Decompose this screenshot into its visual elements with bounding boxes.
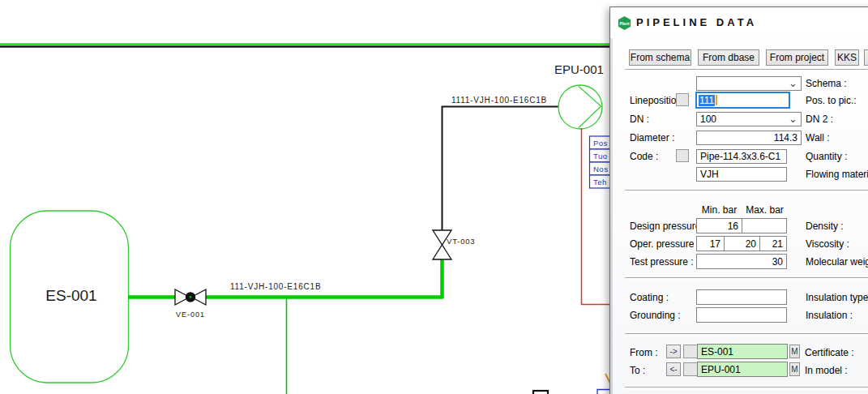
certificate-label: Certificate :: [805, 347, 854, 358]
text-caret: [716, 95, 717, 105]
test-pressure-field[interactable]: 30: [696, 254, 787, 269]
chevron-down-icon: ⌄: [789, 77, 797, 88]
kks-button[interactable]: KKS: [835, 49, 859, 66]
molecular-weight-label: Molecular weight: [806, 256, 868, 268]
separator: [625, 69, 868, 72]
dialog-titlebar[interactable]: Plant PIPELINE DATA: [610, 7, 868, 38]
oper-pressure-label: Oper. pressure :: [630, 238, 699, 250]
app-window: ES-001 VE-001 111-VJH-100-E16C1B VT-003 …: [0, 0, 868, 394]
separator: [625, 277, 868, 281]
to-field[interactable]: EPU-001: [697, 362, 788, 377]
dn2-label: DN 2 :: [806, 113, 833, 125]
lineposition-label: Lineposition: [630, 95, 682, 106]
clipped-toolbar-button[interactable]: [864, 49, 868, 66]
grounding-label: Grounding :: [630, 310, 681, 321]
diameter-field[interactable]: 114.3: [696, 131, 802, 145]
lineposition-selected-text: 111: [699, 95, 715, 106]
info-table-row: Tuo: [593, 152, 608, 161]
from-field[interactable]: ES-001: [697, 344, 788, 359]
schema-combobox[interactable]: ⌄: [696, 76, 802, 91]
from-label: From :: [630, 347, 658, 358]
dn-combobox[interactable]: 100 ⌄: [696, 112, 802, 126]
code-label: Code :: [630, 151, 658, 162]
flowing-material-label: Flowing material: [806, 169, 868, 180]
from-dbase-button[interactable]: From dbase: [698, 49, 759, 66]
valve-vt-003-label: VT-003: [447, 237, 475, 246]
in-model-label: In model :: [805, 365, 848, 376]
info-table-row: Teh: [593, 178, 607, 186]
oper-pressure-max-field[interactable]: 21: [759, 236, 787, 251]
valve-ve-001[interactable]: [175, 289, 206, 305]
from-project-button[interactable]: From project: [766, 49, 828, 66]
viscosity-label: Viscosity :: [806, 238, 849, 250]
material-code-field[interactable]: VJH: [696, 167, 787, 182]
separator: [625, 333, 868, 336]
code-field[interactable]: Pipe-114.3x3.6-C1: [696, 149, 787, 164]
plant-app-icon: Plant: [618, 16, 631, 30]
from-model-button[interactable]: M: [789, 345, 800, 358]
to-arrow-button[interactable]: <-: [666, 362, 681, 376]
dn-label: DN :: [630, 113, 649, 125]
separator: [625, 190, 868, 193]
clipped-symbol-blue: [597, 390, 610, 394]
dialog-title: PIPELINE DATA: [636, 7, 757, 38]
quantity-label: Quantity :: [806, 151, 847, 162]
grounding-field[interactable]: [696, 307, 787, 323]
chevron-down-icon: ⌄: [789, 113, 797, 124]
test-pressure-label: Test pressure :: [630, 256, 694, 268]
design-pressure-max-field[interactable]: [742, 218, 787, 233]
from-arrow-button[interactable]: ->: [666, 345, 681, 358]
code-picker-button[interactable]: [676, 149, 689, 162]
vessel-label: ES-001: [45, 287, 96, 304]
info-table-row: Nos: [593, 165, 608, 173]
pipeline-data-dialog: Plant PIPELINE DATA From schema From dba…: [609, 6, 868, 394]
insulation-type-label: Insulation type :: [806, 292, 868, 303]
info-table-row: Pos: [593, 139, 608, 148]
black-pipe[interactable]: [443, 107, 559, 231]
design-pressure-label: Design pressure :: [630, 221, 706, 232]
density-label: Density :: [806, 221, 844, 232]
from-schema-button[interactable]: From schema: [629, 49, 691, 66]
oper-pressure-min-field[interactable]: 17: [696, 236, 725, 251]
black-pipe-tag: 1111-VJH-100-E16C1B: [451, 96, 547, 105]
max-bar-header: Max. bar: [742, 204, 787, 216]
pos-to-pic-label: Pos. to pic.:: [806, 95, 857, 106]
oper-pressure-mid-field[interactable]: 20: [724, 236, 760, 251]
coating-label: Coating :: [630, 292, 669, 303]
to-model-button[interactable]: M: [789, 362, 800, 376]
lineposition-picker-button[interactable]: [676, 93, 689, 106]
design-pressure-min-field[interactable]: 16: [696, 218, 742, 233]
min-bar-header: Min. bar: [696, 204, 742, 216]
clipped-symbol-black: [533, 391, 548, 394]
insulation-label: Insulation :: [806, 310, 853, 321]
lineposition-field[interactable]: 111: [695, 92, 790, 109]
dn-value: 100: [700, 113, 716, 125]
wall-label: Wall :: [806, 132, 830, 143]
pump-label: EPU-001: [554, 62, 604, 76]
green-pipe-tag: 111-VJH-100-E16C1B: [230, 282, 321, 291]
diameter-label: Diameter :: [630, 132, 674, 143]
valve-ve-001-label: VE-001: [176, 310, 205, 319]
separator: [625, 387, 868, 390]
to-label: To :: [630, 365, 645, 376]
schema-label: Schema :: [806, 78, 847, 89]
pump-epu-001[interactable]: [558, 85, 602, 129]
coating-field[interactable]: [696, 289, 787, 305]
